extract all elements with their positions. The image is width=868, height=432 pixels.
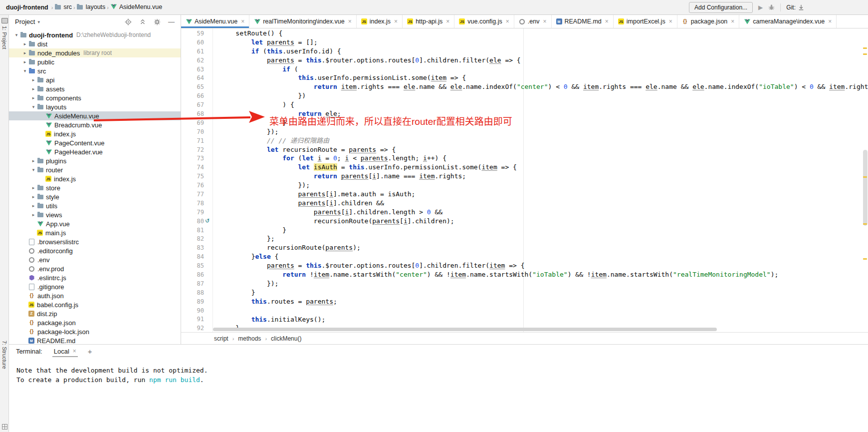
tree-item[interactable]: Zdist.zip [9, 309, 181, 318]
editor-tab[interactable]: .env× [514, 15, 552, 28]
editor-tab[interactable]: JSimportExcel.js× [614, 15, 677, 28]
tree-item[interactable]: ▸style [9, 192, 181, 201]
tree-item[interactable]: ▸dist [9, 39, 181, 48]
vertical-scrollbar[interactable] [862, 28, 868, 332]
tree-item[interactable]: Breadcrumb.vue [9, 120, 181, 129]
chevron-right-icon[interactable]: ▸ [30, 185, 37, 190]
chevron-right-icon[interactable]: ▸ [30, 158, 37, 163]
tab-close-icon[interactable]: × [446, 18, 449, 25]
scrollbar-thumb[interactable] [863, 150, 868, 226]
close-icon[interactable]: × [73, 348, 76, 355]
tree-item[interactable]: .gitignore [9, 282, 181, 291]
chevron-down-icon[interactable]: ▾ [37, 19, 40, 24]
chevron-right-icon[interactable]: ▸ [21, 50, 28, 55]
chevron-right-icon[interactable]: ▸ [30, 212, 37, 217]
tree-item[interactable]: JSindex.js [9, 129, 181, 138]
tree-item[interactable]: ▾src [9, 66, 181, 75]
breadcrumb-item[interactable]: layouts [77, 3, 106, 10]
toolwindow-tab-structure[interactable]: 7: Structure [0, 341, 9, 369]
tree-item[interactable]: JSbabel.config.js [9, 300, 181, 309]
toolwindow-switcher-icon[interactable] [2, 424, 7, 430]
breadcrumb-item[interactable]: clickMenu() [271, 335, 301, 342]
inspection-mark[interactable] [863, 47, 867, 49]
chevron-right-icon[interactable]: ▸ [30, 95, 37, 100]
chevron-right-icon[interactable]: ▸ [30, 194, 37, 199]
tree-item[interactable]: App.vue [9, 219, 181, 228]
tree-item[interactable]: JSindex.js [9, 174, 181, 183]
tree-item[interactable]: ▾router [9, 165, 181, 174]
inspection-mark[interactable] [863, 53, 867, 55]
new-terminal-icon[interactable]: + [88, 347, 92, 356]
tree-item[interactable]: PageContent.vue [9, 138, 181, 147]
tree-item[interactable]: ▸public [9, 57, 181, 66]
tree-item[interactable]: ▸assets [9, 84, 181, 93]
gear-icon[interactable] [154, 18, 161, 25]
breadcrumb-item[interactable]: AsideMenu.vue [110, 3, 162, 10]
inspection-mark[interactable] [863, 176, 867, 178]
chevron-down-icon[interactable]: ▾ [30, 167, 37, 172]
breadcrumb-item[interactable]: src [54, 3, 72, 10]
tab-close-icon[interactable]: × [394, 18, 398, 25]
tree-item[interactable]: ▸node_moduleslibrary root [9, 48, 181, 57]
tree-item[interactable]: MREADME.md [9, 336, 181, 344]
editor-tab[interactable]: MREADME.md× [552, 15, 614, 28]
editor-tab[interactable]: AsideMenu.vue× [181, 15, 249, 28]
tree-item[interactable]: AsideMenu.vue [9, 111, 181, 120]
tree-item[interactable]: ▸components [9, 93, 181, 102]
project-root-crumb[interactable]: duoji-frontend [6, 4, 48, 11]
chevron-right-icon[interactable]: ▸ [30, 77, 37, 82]
project-view-selector[interactable]: Project [15, 18, 35, 25]
chevron-down-icon[interactable]: ▾ [21, 68, 28, 73]
debug-icon[interactable] [768, 4, 775, 10]
editor-tab[interactable]: realTimeMonitoring\index.vue× [249, 15, 357, 28]
tab-close-icon[interactable]: × [605, 18, 609, 25]
tree-item[interactable]: ▸utils [9, 201, 181, 210]
editor-tab[interactable]: JSindex.js× [357, 15, 403, 28]
terminal-tab-local[interactable]: Local × [52, 346, 78, 357]
scrollbar-thumb[interactable] [213, 328, 717, 331]
tab-close-icon[interactable]: × [828, 18, 832, 25]
tree-item[interactable]: ▸views [9, 210, 181, 219]
tree-item[interactable]: .browserslistrc [9, 237, 181, 246]
chevron-right-icon[interactable]: ▸ [21, 59, 28, 64]
chevron-down-icon[interactable]: ▾ [30, 104, 37, 109]
editor-tab[interactable]: JSvue.config.js× [454, 15, 514, 28]
tree-item[interactable]: ▸plugins [9, 156, 181, 165]
tab-close-icon[interactable]: × [506, 18, 509, 25]
editor-tab[interactable]: cameraManage\index.vue× [739, 15, 837, 28]
collapse-all-icon[interactable] [139, 18, 146, 25]
tab-close-icon[interactable]: × [731, 18, 734, 25]
tab-close-icon[interactable]: × [241, 18, 244, 25]
tree-item[interactable]: {}auth.json [9, 291, 181, 300]
breadcrumb-item[interactable]: methods [238, 335, 261, 342]
run-icon[interactable]: ▶ [758, 4, 763, 11]
add-configuration-button[interactable]: Add Configuration... [689, 2, 753, 13]
tree-item[interactable]: .env [9, 255, 181, 264]
tree-item[interactable]: .eslintrc.js [9, 273, 181, 282]
locate-file-icon[interactable] [125, 18, 132, 25]
git-widget[interactable]: Git: [786, 4, 804, 11]
inspection-mark[interactable] [863, 223, 867, 225]
inspection-mark[interactable] [863, 258, 867, 260]
tree-item[interactable]: ▾layouts [9, 102, 181, 111]
hide-panel-icon[interactable]: — [168, 18, 175, 25]
chevron-right-icon[interactable]: ▸ [30, 203, 37, 208]
tree-item[interactable]: JSmain.js [9, 228, 181, 237]
git-update-icon[interactable] [798, 4, 804, 10]
tree-item[interactable]: {}package-lock.json [9, 327, 181, 336]
tree-item[interactable]: ▸api [9, 75, 181, 84]
horizontal-scrollbar[interactable] [213, 328, 859, 332]
tab-close-icon[interactable]: × [348, 18, 352, 25]
tree-item[interactable]: .env.prod [9, 264, 181, 273]
code-lines[interactable]: setRoute() { let parents = []; if (this.… [213, 28, 868, 332]
chevron-down-icon[interactable]: ▾ [13, 32, 20, 37]
chevron-right-icon[interactable]: ▸ [30, 86, 37, 91]
tree-item[interactable]: .editorconfig [9, 246, 181, 255]
tab-close-icon[interactable]: × [669, 18, 672, 25]
terminal-output[interactable]: Note that the development build is not o… [9, 358, 868, 385]
breadcrumb-item[interactable]: script [214, 335, 228, 342]
editor-gutter[interactable]: 5960616263646566676869707172737475767778… [181, 28, 213, 332]
code-editor[interactable]: 5960616263646566676869707172737475767778… [181, 28, 868, 332]
tree-item[interactable]: ▸store [9, 183, 181, 192]
tree-item[interactable]: PageHeader.vue [9, 147, 181, 156]
